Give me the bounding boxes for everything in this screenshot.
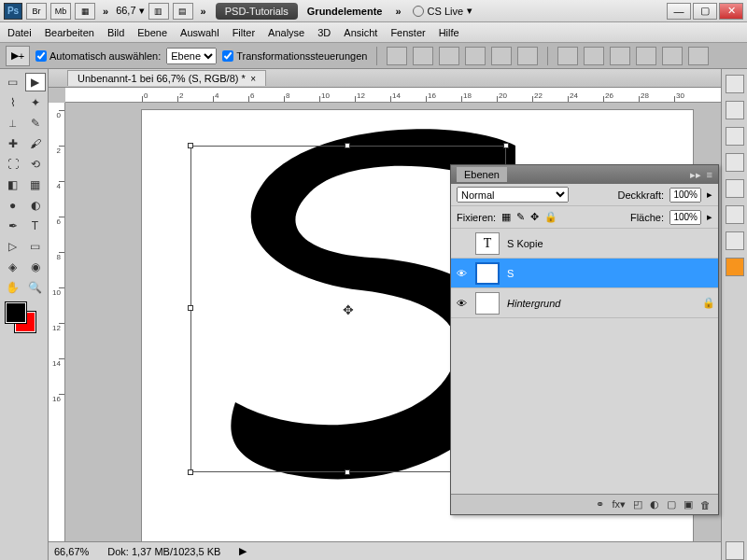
panel-menu-icon[interactable]: ≡ [707,169,712,180]
shape-tool[interactable]: ▭ [25,237,46,256]
move-tool[interactable]: ▶ [25,73,46,91]
3d-camera-tool[interactable]: ◉ [25,258,46,276]
color-swatches[interactable] [6,302,43,340]
type-tool[interactable]: T [25,217,46,235]
distribute-button[interactable] [610,47,630,65]
layer-thumbnail[interactable]: T [475,262,500,285]
dock-icon-color[interactable] [726,75,744,93]
eyedropper-tool[interactable]: ✎ [25,114,46,133]
dock-icon-swatches[interactable] [726,101,744,119]
menu-ansicht[interactable]: Ansicht [344,27,377,38]
align-button[interactable] [491,47,512,65]
stamp-tool[interactable]: ⛶ [3,155,23,174]
layer-visibility-toggle[interactable]: 👁 [451,268,472,279]
workspace-psd-tutorials[interactable]: PSD-Tutorials [216,3,298,20]
distribute-button[interactable] [662,47,683,65]
layer-visibility-toggle[interactable]: 👁 [451,298,472,309]
auto-select-dropdown[interactable]: Ebene [166,48,217,64]
align-button[interactable] [387,47,407,65]
lock-position-icon[interactable]: ✥ [530,211,539,223]
crop-tool[interactable]: ⟂ [3,114,23,133]
lock-transparency-icon[interactable]: ▦ [501,211,511,223]
align-button[interactable] [413,47,433,65]
dock-icon-paragraph[interactable] [726,127,744,146]
menu-3d[interactable]: 3D [317,27,331,38]
view-button-2[interactable]: ▤ [173,3,193,20]
zoom-tool[interactable]: 🔍 [25,278,46,297]
path-select-tool[interactable]: ▷ [3,237,23,256]
layer-row[interactable]: 👁 Hintergrund 🔒 [451,288,718,318]
layer-thumbnail[interactable]: T [475,232,500,255]
minibridge-button[interactable]: Mb [50,3,71,20]
healing-tool[interactable]: ✚ [3,134,23,153]
status-doc-size[interactable]: Dok: 1,37 MB/1023,5 KB [107,546,220,557]
brush-tool[interactable]: 🖌 [25,134,46,153]
dock-icon-adjustments[interactable] [726,179,744,198]
layer-row[interactable]: 👁 T S [451,259,718,288]
menu-hilfe[interactable]: Hilfe [439,27,459,38]
status-zoom[interactable]: 66,67% [54,546,89,557]
adjustment-layer-icon[interactable]: ◐ [650,498,659,511]
transform-center-icon[interactable]: ✥ [342,302,355,315]
workspace-more-icon[interactable]: » [395,6,401,17]
document-tab[interactable]: Unbenannt-1 bei 66,7% (S, RGB/8) * × [67,70,266,86]
layers-panel[interactable]: Ebenen ▸▸ ≡ Normal Deckkraft: ▸ Fixieren… [450,164,719,515]
align-button[interactable] [439,47,459,65]
transform-handle-nw[interactable] [188,143,193,148]
layer-thumbnail[interactable] [475,292,500,315]
transform-handle-n[interactable] [345,143,350,148]
menu-ebene[interactable]: Ebene [137,27,167,38]
hand-tool[interactable]: ✋ [3,278,23,297]
bridge-button[interactable]: Br [26,3,47,20]
fill-input[interactable] [669,210,701,225]
horizontal-ruler[interactable]: 024681012141618202224262830 [65,88,721,103]
layer-row[interactable]: T S Kopie [451,229,718,259]
layer-name[interactable]: S [503,268,718,279]
menu-filter[interactable]: Filter [233,27,255,38]
gradient-tool[interactable]: ▦ [25,175,46,194]
lasso-tool[interactable]: ⌇ [3,93,23,112]
distribute-button[interactable] [584,47,604,65]
workspace-grundelemente[interactable]: Grundelemente [298,3,392,20]
opacity-input[interactable] [669,188,701,203]
layer-name[interactable]: Hintergrund [503,298,699,309]
menu-auswahl[interactable]: Auswahl [180,27,219,38]
screen-mode-button[interactable]: ▦ [75,3,95,20]
dock-icon-masks[interactable] [726,205,744,224]
layer-fx-icon[interactable]: fx▾ [612,498,626,511]
lock-pixels-icon[interactable]: ✎ [516,211,525,223]
maximize-button[interactable]: ▢ [693,3,717,20]
distribute-button[interactable] [557,47,578,65]
distribute-button[interactable] [688,47,709,65]
transform-handle-s[interactable] [345,469,350,475]
auto-select-check[interactable]: Automatisch auswählen: [35,50,161,62]
lock-all-icon[interactable]: 🔒 [544,211,557,223]
move-tool-indicator[interactable]: ▶+ [6,46,30,66]
eraser-tool[interactable]: ◧ [3,175,23,194]
transform-checkbox[interactable] [222,50,233,62]
panel-collapse-icon[interactable]: ▸▸ [690,169,701,181]
layer-name[interactable]: S Kopie [503,238,718,249]
pen-tool[interactable]: ✒ [3,217,23,235]
auto-select-checkbox[interactable] [35,50,47,62]
align-button[interactable] [517,47,538,65]
transform-handle-sw[interactable] [188,469,193,475]
dock-icon-layers[interactable] [726,541,744,560]
menu-bild[interactable]: Bild [107,27,124,38]
view-button-1[interactable]: ▥ [148,3,169,20]
history-brush-tool[interactable]: ⟲ [25,155,46,174]
delete-layer-icon[interactable]: 🗑 [700,499,711,511]
foreground-color-swatch[interactable] [6,302,26,323]
dock-icon-kuler[interactable] [726,258,744,276]
distribute-button[interactable] [636,47,656,65]
blend-mode-select[interactable]: Normal [457,187,569,203]
magic-wand-tool[interactable]: ✦ [25,93,46,112]
fill-flyout-icon[interactable]: ▸ [707,211,712,223]
marquee-tool[interactable]: ▭ [3,73,23,91]
new-layer-icon[interactable]: ▣ [684,498,693,511]
dodge-tool[interactable]: ◐ [25,196,46,215]
status-arrow-icon[interactable]: ▶ [239,545,247,557]
layer-group-icon[interactable]: ▢ [667,498,676,511]
vertical-ruler[interactable]: 0246810121416 [49,103,65,541]
minimize-button[interactable]: — [667,3,691,20]
